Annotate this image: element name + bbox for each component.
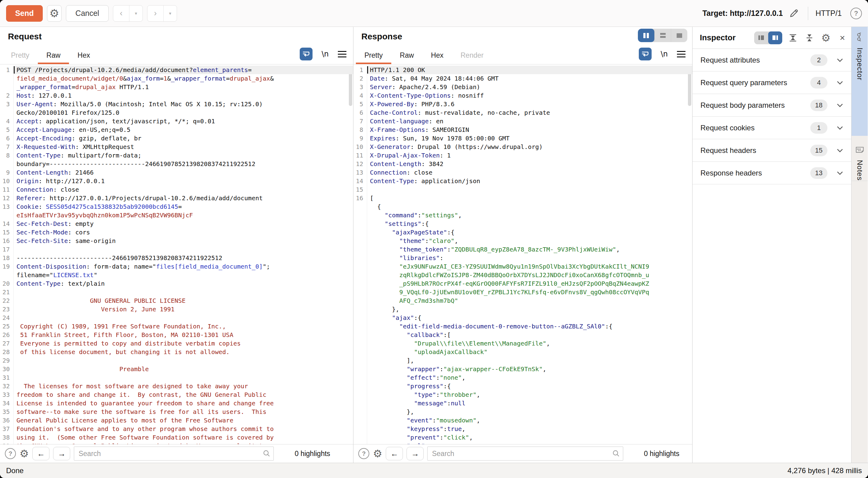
code-row: filename="LICENSE.txt" — [0, 271, 353, 279]
show-newlines-toggle[interactable]: \n — [661, 50, 668, 58]
line-number — [353, 296, 367, 305]
inspector-settings-button[interactable]: ⚙ — [820, 32, 832, 43]
dock-left-button[interactable] — [754, 31, 768, 44]
inspector-row-request-headers[interactable]: Request headers 15 — [692, 139, 851, 162]
code-row: 9Content-Length: 21466 — [0, 168, 353, 177]
line-number — [353, 442, 367, 444]
request-editor[interactable]: 1POST /Projects/drupal-10.2.6/media/add/… — [0, 64, 353, 444]
side-tab-strip: Inspector Notes — [851, 27, 868, 463]
pencil-icon — [789, 8, 799, 19]
inspector-row-response-headers[interactable]: Response headers 13 — [692, 162, 851, 184]
code-row: _pS9HLbR7ROcrPX4f-eqKGrOQ00FAFYFsR7IFZL9… — [353, 279, 692, 288]
response-editor[interactable]: 1HTTP/1.1 200 OK2Date: Sat, 04 May 2024 … — [353, 64, 692, 444]
cancel-button[interactable]: Cancel — [66, 5, 108, 22]
search-prev-button[interactable]: ← — [32, 447, 50, 460]
inspector-close-button[interactable]: × — [837, 32, 848, 43]
show-newlines-toggle[interactable]: \n — [322, 50, 329, 58]
status-bar: Done 4,276 bytes | 428 millis — [0, 463, 868, 478]
code-row: { — [353, 202, 692, 211]
line-number: 31 — [0, 373, 13, 382]
chevron-down-icon — [837, 126, 843, 130]
side-tab-inspector[interactable]: Inspector — [851, 27, 868, 136]
inspector-row-request-body-parameters[interactable]: Request body parameters 18 — [692, 94, 851, 117]
search-prev-button[interactable]: ← — [386, 447, 403, 460]
search-settings-icon[interactable]: ⚙ — [20, 448, 29, 459]
inspector-row-request-query-parameters[interactable]: Request query parameters 4 — [692, 71, 851, 94]
menu-icon[interactable] — [338, 51, 346, 57]
line-number — [353, 202, 367, 211]
code-row: 4Accept: application/json, text/javascri… — [0, 117, 353, 125]
tab-request-pretty[interactable]: Pretty — [2, 48, 38, 64]
inspector-row-request-attributes[interactable]: Request attributes 2 — [692, 49, 851, 71]
tab-response-render[interactable]: Render — [452, 48, 492, 64]
search-next-button[interactable]: → — [53, 447, 70, 460]
inspector-row-request-cookies[interactable]: Request cookies 1 — [692, 117, 851, 139]
send-button[interactable]: Send — [6, 5, 43, 22]
line-number: 9 — [353, 134, 367, 143]
request-search-input[interactable] — [74, 447, 274, 460]
code-row: 16[ — [353, 194, 692, 202]
edit-target-button[interactable] — [787, 7, 801, 20]
forward-history-button[interactable]: › ▾ — [147, 5, 177, 22]
line-number — [353, 288, 367, 296]
line-number: 8 — [0, 151, 13, 160]
tab-response-hex[interactable]: Hex — [423, 48, 452, 64]
request-title: Request — [8, 27, 345, 41]
line-number — [353, 271, 367, 279]
tab-request-raw[interactable]: Raw — [38, 48, 69, 64]
code-row: field_media_document/widget/0&ajax_form=… — [0, 74, 353, 83]
line-number — [353, 305, 367, 313]
line-number — [353, 237, 367, 245]
row-label: Request cookies — [701, 124, 810, 132]
layout-rows-button[interactable] — [654, 29, 671, 42]
help-icon[interactable]: ? — [850, 8, 862, 19]
line-number — [353, 331, 367, 339]
send-settings-button[interactable]: ⚙ — [47, 5, 62, 22]
code-row: 8X-Frame-Options: SAMEORIGIN — [353, 125, 692, 134]
code-row: "keypress":true, — [353, 425, 692, 433]
word-wrap-toggle[interactable] — [300, 48, 313, 60]
top-toolbar: Send ⚙ Cancel ‹ ▾ › ▾ Target: http://127… — [0, 0, 868, 27]
line-number: 23 — [0, 305, 13, 313]
chevron-left-icon: ‹ — [113, 5, 129, 21]
line-number: 15 — [0, 228, 13, 237]
tab-response-raw[interactable]: Raw — [391, 48, 423, 64]
code-row: 38using it. (Some other Free Software Fo… — [0, 433, 353, 442]
tab-response-pretty[interactable]: Pretty — [356, 48, 391, 64]
response-title: Response — [361, 27, 684, 41]
layout-columns-button[interactable] — [638, 29, 654, 42]
side-tab-notes[interactable]: Notes — [851, 136, 868, 181]
search-next-button[interactable]: → — [406, 447, 424, 460]
line-number: 35 — [0, 408, 13, 416]
collapse-all-button[interactable] — [804, 32, 815, 43]
layout-single-button[interactable] — [671, 29, 687, 42]
line-number: 5 — [353, 100, 367, 108]
code-row: 35software--to make sure the software is… — [0, 408, 353, 416]
gear-icon: ⚙ — [821, 33, 831, 43]
http-version-selector[interactable]: HTTP/1 — [815, 9, 842, 18]
code-row: 5Accept-Language: en-US,en;q=0.5 — [0, 125, 353, 134]
tab-request-hex[interactable]: Hex — [69, 48, 99, 64]
search-help-icon[interactable]: ? — [358, 448, 369, 459]
code-row: "callback":[ — [353, 331, 692, 339]
line-number — [353, 408, 367, 416]
code-row: 10Origin: http://127.0.0.1 — [0, 177, 353, 185]
line-number: 10 — [353, 143, 367, 151]
search-help-icon[interactable]: ? — [5, 448, 16, 459]
back-history-button[interactable]: ‹ ▾ — [113, 5, 143, 22]
line-number: 1 — [353, 66, 367, 74]
line-number: 14 — [0, 219, 13, 228]
code-row: 14Content-Type: application/json — [353, 177, 692, 185]
line-number: 14 — [353, 177, 367, 185]
menu-icon[interactable] — [677, 51, 685, 57]
search-settings-icon[interactable]: ⚙ — [373, 448, 382, 459]
collapse-all-icon — [805, 33, 814, 43]
expand-all-button[interactable] — [787, 32, 799, 43]
code-row: 21 — [0, 288, 353, 296]
line-number — [353, 228, 367, 237]
dock-right-button[interactable] — [768, 31, 782, 44]
word-wrap-toggle[interactable] — [639, 48, 652, 60]
line-number: 9 — [0, 168, 13, 177]
line-number: 24 — [0, 313, 13, 322]
response-search-input[interactable] — [427, 447, 623, 460]
